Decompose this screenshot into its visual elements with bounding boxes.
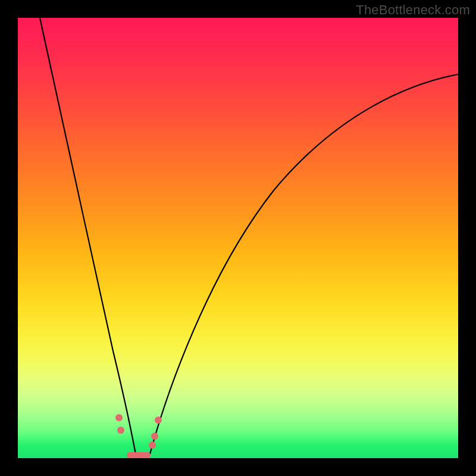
curve-left-branch: [40, 18, 136, 454]
watermark-text: TheBottleneck.com: [356, 2, 470, 18]
accent-dot: [149, 441, 156, 449]
accent-dot: [155, 416, 162, 424]
accent-dot: [117, 427, 124, 434]
curves-svg: [18, 18, 458, 458]
accent-dot: [151, 433, 158, 440]
chart-frame: TheBottleneck.com: [0, 0, 476, 476]
accent-dot: [115, 414, 123, 421]
curve-right-branch: [150, 74, 458, 454]
plot-area: [18, 18, 458, 458]
